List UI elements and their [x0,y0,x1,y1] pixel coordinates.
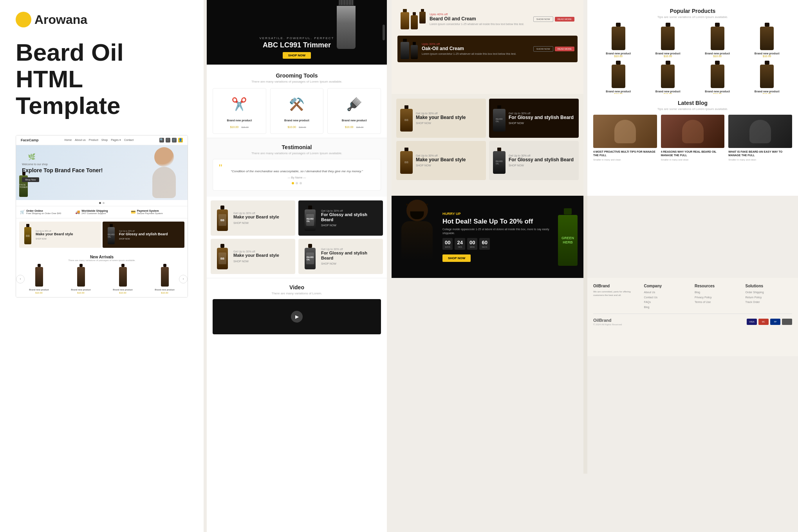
heart-icon[interactable]: ♡ [166,138,170,142]
promo-shop-4[interactable]: SHOP NOW [321,262,379,265]
mini-nav-home: Home [64,139,72,142]
banner-1-read-btn[interactable]: READ MORE [555,17,574,22]
promo-shop-2[interactable]: SHOP NOW [321,224,379,227]
t-dot-1[interactable] [292,182,294,184]
feature-ship-title: Worldwide Shipping [81,209,108,212]
prev-arrow[interactable]: ‹ [16,275,25,283]
tool-comb-icon: ⚒️ [285,92,309,116]
rpair-tag-3: Get Up to 30% off [416,154,466,157]
promo-shop-3[interactable]: SHOP NOW [233,260,279,263]
footer-link-return[interactable]: Return Policy [746,295,793,300]
pop-item-1: Brand new product $10.00 [595,23,642,58]
mini-nav-shop: Shop [101,139,108,142]
rpair-card-4: BEARDOIL Get Up to 30% off For Glossy an… [489,141,579,180]
popular-sub: Tips are some variations of Lorem Ipsum … [595,15,790,19]
mini-feature-shipping: 🚚 Worldwide Shipping 24/7 Customer Suppo… [75,209,128,215]
mini-nav-contact: Contact [124,139,134,142]
rpair-cta-3[interactable]: SHOP NOW [416,164,466,167]
promo-title-1: Make your Beard style [233,215,279,220]
footer-link-contact[interactable]: Contact Us [644,295,691,300]
mini-hero-button[interactable]: Shop Now [22,177,39,182]
grooming-sub: There are many variations of passages of… [213,80,381,83]
testimonial-author: — By Name — [219,176,375,179]
dot-2[interactable] [103,202,105,204]
banner-2-name: Oak-Oil and Cream [422,46,529,51]
promo-info-3: Get Up to 30% off Make your Beard style … [233,250,279,262]
footer-col-text-0: We are committed, parts for offering cus… [593,290,640,297]
promo-bottle-4: BEARDOIL [302,244,318,269]
testimonial-card: " "Condition of the merchandise was unac… [213,159,381,191]
mini-hero: Welcome to our shop Explore Top Brand Fa… [16,145,188,200]
pop-item-3: Brand new product $10.00 [694,23,741,58]
t-dot-3[interactable] [300,182,302,184]
banner-1-name: Beard Oil and Cream [430,16,529,22]
promo-bottle-2: BEARDOIL [302,206,318,231]
c-promo-card-4: BEARDOIL Get Up to 30% off For Glossy an… [298,239,383,274]
next-arrow[interactable]: › [179,275,188,283]
dark-promo-title: Hot Deal! Sale Up To 20% off [442,218,552,225]
footer-link-track[interactable]: Track Order [746,300,793,305]
play-button[interactable]: ▶ [291,311,303,323]
mini-promo-card-2: BEARDOIL Get Up to 30% off For Glossy an… [103,222,184,248]
dot-1[interactable] [99,202,101,204]
banner-2-show-btn[interactable]: SHOW NOW [533,46,553,52]
footer-divider [593,314,792,314]
footer-link-blog2[interactable]: Blog [695,290,742,295]
trimmer-illustration [337,0,356,49]
tool-oldprice-3: $15.00 [356,126,363,128]
pop-name-1: Brand new product [595,52,642,55]
rpair-title-3: Make your Beard style [416,157,466,162]
hero-cta-button[interactable]: SHOP NOW [283,52,311,59]
center-hero: VERSATILE. POWERFUL. PERFECT ABC LC991 T… [207,0,387,65]
product-name-3: Brand new product [103,289,143,291]
rpair-cta-4[interactable]: SHOP NOW [509,164,574,167]
banner-2: Upto 30% off Oak-Oil and Cream Lorem ips… [397,36,578,62]
promo-tag-2: Get Up to 30% off [321,209,379,212]
footer-link-faqs[interactable]: FAQs [644,300,691,305]
c-promo-card-2: BEARDOIL Get Up to 30% off For Glossy an… [298,200,383,236]
rpair-tag-1: Get Up to 30% off [416,112,466,115]
search-icon[interactable]: 🔍 [159,138,164,142]
feature-pay-desc: Secure Payment System [137,212,163,215]
mini-new-arrivals: New Arrivals There are many variations o… [16,251,188,297]
center-hero-text: VERSATILE. POWERFUL. PERFECT ABC LC991 T… [260,36,334,59]
dark-promo-info: Hurry Up Hot Deal! Sale Up To 20% off Co… [442,212,552,262]
tool-price-2: $10.00 [287,126,296,128]
t-dot-2[interactable] [296,182,298,184]
dark-promo-button[interactable]: SHOP NOW [442,254,471,262]
footer-links-3: Order Shipping Return Policy Track Order [746,290,793,305]
rpair-cta-2[interactable]: SHOP NOW [509,122,574,124]
product-banners: Upto 40% off Beard Oil and Cream Lorem i… [392,0,583,94]
payment-icons: VISA MC PP [747,319,792,325]
banner-1-show-btn[interactable]: SHOW NOW [533,16,553,22]
bottle-label-3: BB [218,252,226,264]
pop-item-8: Brand new product $10.00 [744,61,791,96]
rpair-info-3: Get Up to 30% off Make your Beard style … [416,154,466,167]
banner-1-info: Upto 40% off Beard Oil and Cream Lorem i… [430,13,529,26]
user-icon[interactable]: 👤 [178,138,183,142]
mini-promo-btn-1[interactable]: SHOP NOW [36,238,73,240]
mini-promo-btn-2[interactable]: SHOP NOW [119,238,168,240]
promo-title-3: Make your Beard style [233,253,279,258]
left-panel: Arowana Beard Oil HTML Template FaceCamp… [0,0,204,532]
video-sub: There are many variations of Lorem. [213,292,381,295]
footer-link-shipping[interactable]: Order Shipping [746,290,793,295]
popular-grid: Brand new product $10.00 Brand new produ… [595,23,790,96]
blog-card-2: 4 REASONS WHY YOUR REAL BEARD OIL MANAGE… [661,115,725,162]
footer-link-blog[interactable]: Blog [644,305,691,310]
rpair-tag-4: Get Up to 30% off [509,154,574,157]
rpair-title-4: For Glossy and stylish Beard [509,157,574,162]
video-thumbnail[interactable]: ▶ [213,299,381,334]
footer-link-about[interactable]: About Us [644,290,691,295]
promo-shop-1[interactable]: SHOP NOW [233,222,279,224]
cart-icon[interactable]: 🛒 [172,138,177,142]
footer-link-privacy[interactable]: Privacy Policy [695,295,742,300]
mini-nav-icon-group: 🔍 ♡ 🛒 👤 [159,138,183,142]
footer-links-2: Blog Privacy Policy Terms of Use [695,290,742,305]
footer-link-terms[interactable]: Terms of Use [695,300,742,305]
rpair-cta-1[interactable]: SHOP NOW [416,122,466,124]
banner-2-read-btn[interactable]: READ MORE [555,47,574,51]
blog-title-1: 4 MOST PROACTIVE MULTI TIPS FOR MANAGE T… [593,150,657,157]
grooming-title: Grooming Tools [213,72,381,79]
hero-title: ABC LC991 Trimmer [260,41,334,49]
